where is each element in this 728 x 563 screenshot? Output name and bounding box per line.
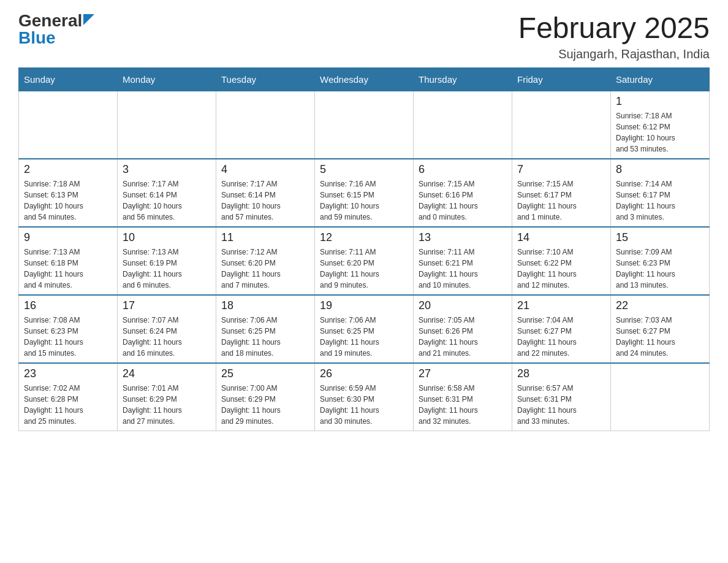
- day-info: Sunrise: 6:59 AM Sunset: 6:30 PM Dayligh…: [320, 383, 408, 427]
- table-row: [315, 91, 414, 159]
- table-row: 6Sunrise: 7:15 AM Sunset: 6:16 PM Daylig…: [414, 159, 512, 227]
- calendar-week-1: 1Sunrise: 7:18 AM Sunset: 6:12 PM Daylig…: [19, 91, 710, 159]
- table-row: 18Sunrise: 7:06 AM Sunset: 6:25 PM Dayli…: [216, 295, 315, 363]
- table-row: 15Sunrise: 7:09 AM Sunset: 6:23 PM Dayli…: [611, 227, 710, 295]
- day-info: Sunrise: 7:07 AM Sunset: 6:24 PM Dayligh…: [123, 315, 211, 359]
- table-row: 19Sunrise: 7:06 AM Sunset: 6:25 PM Dayli…: [315, 295, 414, 363]
- table-row: 13Sunrise: 7:11 AM Sunset: 6:21 PM Dayli…: [414, 227, 512, 295]
- day-number: 15: [616, 231, 704, 244]
- day-info: Sunrise: 7:05 AM Sunset: 6:26 PM Dayligh…: [419, 315, 507, 359]
- calendar-week-5: 23Sunrise: 7:02 AM Sunset: 6:28 PM Dayli…: [19, 363, 710, 431]
- day-number: 6: [419, 163, 507, 176]
- day-number: 10: [123, 231, 211, 244]
- day-number: 28: [517, 367, 605, 380]
- table-row: [414, 91, 512, 159]
- day-info: Sunrise: 7:08 AM Sunset: 6:23 PM Dayligh…: [24, 315, 112, 359]
- day-info: Sunrise: 7:15 AM Sunset: 6:17 PM Dayligh…: [517, 178, 605, 223]
- day-number: 8: [616, 163, 704, 176]
- day-info: Sunrise: 7:04 AM Sunset: 6:27 PM Dayligh…: [517, 315, 605, 359]
- logo-general-text: General: [18, 12, 82, 29]
- table-row: 12Sunrise: 7:11 AM Sunset: 6:20 PM Dayli…: [315, 227, 414, 295]
- day-number: 18: [221, 299, 309, 312]
- table-row: 26Sunrise: 6:59 AM Sunset: 6:30 PM Dayli…: [315, 363, 414, 431]
- day-number: 24: [123, 367, 211, 380]
- day-number: 14: [517, 231, 605, 244]
- day-number: 26: [320, 367, 408, 380]
- table-row: 16Sunrise: 7:08 AM Sunset: 6:23 PM Dayli…: [19, 295, 118, 363]
- day-number: 7: [517, 163, 605, 176]
- day-number: 2: [24, 163, 112, 176]
- header-sunday: Sunday: [19, 67, 118, 91]
- svg-marker-0: [83, 14, 94, 25]
- table-row: 14Sunrise: 7:10 AM Sunset: 6:22 PM Dayli…: [512, 227, 611, 295]
- day-number: 22: [616, 299, 704, 312]
- day-number: 23: [24, 367, 112, 380]
- header-friday: Friday: [512, 67, 611, 91]
- calendar-week-2: 2Sunrise: 7:18 AM Sunset: 6:13 PM Daylig…: [19, 159, 710, 227]
- table-row: 20Sunrise: 7:05 AM Sunset: 6:26 PM Dayli…: [414, 295, 512, 363]
- table-row: 3Sunrise: 7:17 AM Sunset: 6:14 PM Daylig…: [118, 159, 216, 227]
- month-title: February 2025: [518, 12, 710, 45]
- day-info: Sunrise: 7:18 AM Sunset: 6:13 PM Dayligh…: [24, 178, 112, 223]
- day-info: Sunrise: 6:57 AM Sunset: 6:31 PM Dayligh…: [517, 383, 605, 427]
- header-tuesday: Tuesday: [216, 67, 315, 91]
- day-info: Sunrise: 7:14 AM Sunset: 6:17 PM Dayligh…: [616, 178, 704, 223]
- day-info: Sunrise: 7:13 AM Sunset: 6:19 PM Dayligh…: [123, 247, 211, 291]
- day-number: 9: [24, 231, 112, 244]
- table-row: 22Sunrise: 7:03 AM Sunset: 6:27 PM Dayli…: [611, 295, 710, 363]
- calendar-header-row: Sunday Monday Tuesday Wednesday Thursday…: [19, 67, 710, 91]
- day-number: 12: [320, 231, 408, 244]
- day-info: Sunrise: 7:00 AM Sunset: 6:29 PM Dayligh…: [221, 383, 309, 427]
- day-number: 4: [221, 163, 309, 176]
- table-row: [19, 91, 118, 159]
- day-info: Sunrise: 7:17 AM Sunset: 6:14 PM Dayligh…: [123, 178, 211, 223]
- table-row: 17Sunrise: 7:07 AM Sunset: 6:24 PM Dayli…: [118, 295, 216, 363]
- table-row: 27Sunrise: 6:58 AM Sunset: 6:31 PM Dayli…: [414, 363, 512, 431]
- day-info: Sunrise: 7:15 AM Sunset: 6:16 PM Dayligh…: [419, 178, 507, 223]
- calendar-week-3: 9Sunrise: 7:13 AM Sunset: 6:18 PM Daylig…: [19, 227, 710, 295]
- location-text: Sujangarh, Rajasthan, India: [518, 47, 710, 61]
- logo-blue-text: Blue: [18, 29, 56, 47]
- table-row: 9Sunrise: 7:13 AM Sunset: 6:18 PM Daylig…: [19, 227, 118, 295]
- table-row: [216, 91, 315, 159]
- table-row: 24Sunrise: 7:01 AM Sunset: 6:29 PM Dayli…: [118, 363, 216, 431]
- table-row: 25Sunrise: 7:00 AM Sunset: 6:29 PM Dayli…: [216, 363, 315, 431]
- header-saturday: Saturday: [611, 67, 710, 91]
- day-number: 5: [320, 163, 408, 176]
- day-info: Sunrise: 7:03 AM Sunset: 6:27 PM Dayligh…: [616, 315, 704, 359]
- table-row: 8Sunrise: 7:14 AM Sunset: 6:17 PM Daylig…: [611, 159, 710, 227]
- day-info: Sunrise: 7:17 AM Sunset: 6:14 PM Dayligh…: [221, 178, 309, 223]
- table-row: 7Sunrise: 7:15 AM Sunset: 6:17 PM Daylig…: [512, 159, 611, 227]
- day-info: Sunrise: 7:10 AM Sunset: 6:22 PM Dayligh…: [517, 247, 605, 291]
- day-number: 25: [221, 367, 309, 380]
- day-info: Sunrise: 7:18 AM Sunset: 6:12 PM Dayligh…: [616, 110, 704, 155]
- table-row: [512, 91, 611, 159]
- page-header: General Blue February 2025 Sujangarh, Ra…: [18, 12, 710, 61]
- day-number: 16: [24, 299, 112, 312]
- day-info: Sunrise: 7:09 AM Sunset: 6:23 PM Dayligh…: [616, 247, 704, 291]
- table-row: 23Sunrise: 7:02 AM Sunset: 6:28 PM Dayli…: [19, 363, 118, 431]
- calendar-table: Sunday Monday Tuesday Wednesday Thursday…: [18, 67, 710, 431]
- day-info: Sunrise: 7:11 AM Sunset: 6:20 PM Dayligh…: [320, 247, 408, 291]
- calendar-week-4: 16Sunrise: 7:08 AM Sunset: 6:23 PM Dayli…: [19, 295, 710, 363]
- table-row: 4Sunrise: 7:17 AM Sunset: 6:14 PM Daylig…: [216, 159, 315, 227]
- day-number: 27: [419, 367, 507, 380]
- day-info: Sunrise: 7:12 AM Sunset: 6:20 PM Dayligh…: [221, 247, 309, 291]
- day-number: 20: [419, 299, 507, 312]
- day-info: Sunrise: 7:11 AM Sunset: 6:21 PM Dayligh…: [419, 247, 507, 291]
- day-info: Sunrise: 7:06 AM Sunset: 6:25 PM Dayligh…: [320, 315, 408, 359]
- table-row: 11Sunrise: 7:12 AM Sunset: 6:20 PM Dayli…: [216, 227, 315, 295]
- table-row: 1Sunrise: 7:18 AM Sunset: 6:12 PM Daylig…: [611, 91, 710, 159]
- header-wednesday: Wednesday: [315, 67, 414, 91]
- table-row: 28Sunrise: 6:57 AM Sunset: 6:31 PM Dayli…: [512, 363, 611, 431]
- logo: General Blue: [18, 12, 94, 47]
- title-section: February 2025 Sujangarh, Rajasthan, Indi…: [518, 12, 710, 61]
- day-info: Sunrise: 6:58 AM Sunset: 6:31 PM Dayligh…: [419, 383, 507, 427]
- table-row: 2Sunrise: 7:18 AM Sunset: 6:13 PM Daylig…: [19, 159, 118, 227]
- day-number: 19: [320, 299, 408, 312]
- day-info: Sunrise: 7:16 AM Sunset: 6:15 PM Dayligh…: [320, 178, 408, 223]
- day-info: Sunrise: 7:13 AM Sunset: 6:18 PM Dayligh…: [24, 247, 112, 291]
- header-monday: Monday: [118, 67, 216, 91]
- day-number: 13: [419, 231, 507, 244]
- header-thursday: Thursday: [414, 67, 512, 91]
